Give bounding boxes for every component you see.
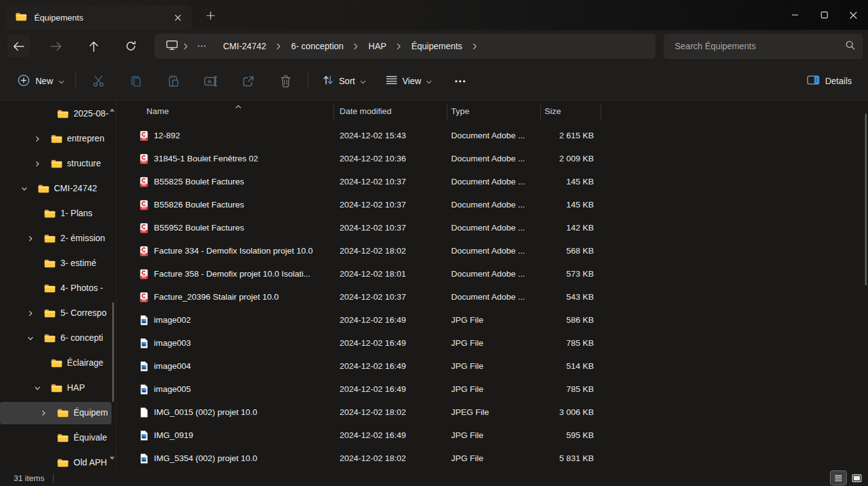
sidebar-item[interactable]: HAP: [0, 376, 116, 401]
file-row[interactable]: PDFFacture 358 - Demofix projet 10.0 Iso…: [117, 262, 863, 285]
column-separator[interactable]: [447, 105, 447, 120]
sidebar-item[interactable]: 6- concepti: [0, 326, 116, 351]
column-header-name[interactable]: Name: [146, 107, 169, 116]
view-button[interactable]: View: [379, 70, 438, 92]
close-button[interactable]: [839, 0, 868, 30]
file-row[interactable]: IMG_0015 (002) projet 10.02024-12-02 18:…: [117, 401, 863, 424]
sidebar-item-label: 5- Correspo: [60, 308, 112, 318]
sidebar-item[interactable]: Éclairage: [0, 351, 116, 376]
sidebar-item[interactable]: entrepren: [0, 126, 116, 151]
column-separator[interactable]: [333, 105, 334, 120]
maximize-button[interactable]: [809, 0, 839, 30]
file-row[interactable]: PDF31845-1 Boulet Fenêtres 022024-12-02 …: [117, 147, 863, 170]
new-button[interactable]: New: [10, 69, 72, 93]
file-row[interactable]: PDFFacture_20396 Stalair projet 10.02024…: [117, 285, 863, 308]
tab-close-button[interactable]: [169, 9, 186, 26]
sidebar-item[interactable]: CMI-24742: [0, 176, 116, 201]
breadcrumb-item[interactable]: HAP: [363, 39, 391, 54]
file-row[interactable]: PDFFacture 334 - Demofix Isolation proje…: [117, 239, 863, 262]
cut-button[interactable]: [86, 69, 111, 93]
breadcrumb-chevron-icon[interactable]: [271, 43, 286, 50]
breadcrumb-chevron-icon[interactable]: [348, 43, 363, 50]
column-separator[interactable]: [601, 105, 601, 120]
file-row[interactable]: IMG_5354 (002) projet 10.02024-12-02 18:…: [117, 447, 863, 470]
rename-button[interactable]: A: [198, 69, 223, 93]
chevron-right-icon[interactable]: [34, 136, 41, 142]
chevron-right-icon[interactable]: [41, 410, 47, 416]
file-name-cell: B55826 Boulet Factures: [154, 200, 340, 209]
sidebar-item[interactable]: 2- émission: [0, 226, 116, 251]
details-pane-button[interactable]: Details: [801, 70, 858, 92]
search-icon[interactable]: [845, 40, 856, 52]
sidebar-item[interactable]: 5- Correspo: [0, 301, 116, 326]
file-row[interactable]: image0022024-12-02 16:49JPG File586 KB: [117, 308, 863, 331]
sidebar-item-label: 1- Plans: [60, 208, 112, 218]
delete-button[interactable]: [273, 69, 298, 93]
search-input[interactable]: [675, 41, 845, 51]
sidebar-item-label: 3- estimé: [60, 258, 112, 268]
breadcrumb-chevron-icon[interactable]: [391, 43, 406, 50]
share-button[interactable]: [236, 69, 260, 93]
sort-button[interactable]: Sort: [316, 69, 372, 93]
this-pc-icon[interactable]: [166, 40, 178, 52]
breadcrumb-item[interactable]: Équipements: [406, 39, 467, 54]
scroll-up-icon[interactable]: [110, 103, 115, 113]
file-size-cell: 568 KB: [540, 246, 597, 255]
tab-equipements[interactable]: Équipements: [5, 5, 192, 30]
file-size-cell: 142 KB: [540, 223, 597, 232]
file-row[interactable]: IMG_09192024-12-02 16:49JPG File595 KB: [117, 424, 863, 447]
details-view-toggle[interactable]: [831, 471, 846, 485]
sidebar-item[interactable]: Old APH: [0, 450, 116, 470]
file-row[interactable]: PDFB55826 Boulet Factures2024-12-02 10:3…: [117, 193, 863, 216]
file-row[interactable]: PDFB55825 Boulet Factures2024-12-02 10:3…: [117, 170, 863, 193]
forward-button[interactable]: [45, 35, 67, 57]
chevron-down-icon[interactable]: [34, 385, 41, 391]
chevron-down-icon[interactable]: [21, 186, 27, 192]
sidebar-item[interactable]: 3- estimé: [0, 251, 116, 276]
more-options-button[interactable]: [448, 69, 473, 93]
file-row[interactable]: image0052024-12-02 16:49JPG File785 KB: [117, 378, 863, 401]
file-row[interactable]: image0032024-12-02 16:49JPG File785 KB: [117, 331, 863, 355]
refresh-button[interactable]: [120, 35, 142, 57]
file-date-cell: 2024-12-02 18:02: [340, 246, 451, 255]
sidebar-item[interactable]: Équivale: [0, 426, 116, 450]
column-separator[interactable]: [540, 105, 541, 120]
minimize-button[interactable]: [780, 0, 809, 30]
breadcrumb-overflow-button[interactable]: ⋯: [193, 40, 211, 52]
breadcrumb-chevron-icon[interactable]: [178, 43, 193, 50]
sidebar-scrollbar-thumb[interactable]: [112, 302, 114, 402]
chevron-right-icon[interactable]: [27, 236, 34, 242]
file-row[interactable]: PDFB55952 Boulet Factures2024-12-02 10:3…: [117, 216, 863, 239]
chevron-down-icon[interactable]: [27, 335, 34, 341]
status-bar: 31 items: [0, 470, 868, 486]
file-name-cell: image003: [154, 338, 340, 348]
sidebar-item-selected[interactable]: Équipem: [0, 401, 116, 426]
file-row[interactable]: image0042024-12-02 16:49JPG File514 KB: [117, 355, 863, 378]
scroll-down-icon[interactable]: [110, 452, 115, 462]
sidebar-item[interactable]: 1- Plans: [0, 201, 116, 226]
copy-button[interactable]: [123, 69, 148, 93]
back-button[interactable]: [7, 35, 30, 57]
file-size-cell: 785 KB: [540, 338, 597, 348]
file-name-cell: image002: [154, 315, 340, 325]
column-header-size[interactable]: Size: [545, 107, 561, 116]
chevron-right-icon[interactable]: [34, 161, 41, 167]
file-row[interactable]: PDF12-8922024-12-02 15:43Document Adobe …: [117, 124, 863, 147]
sidebar-item[interactable]: structure: [0, 151, 116, 176]
sidebar-item[interactable]: 4- Photos -: [0, 276, 116, 301]
sidebar-item[interactable]: 2025-08-: [0, 102, 116, 126]
thumbnail-view-toggle[interactable]: [849, 471, 864, 485]
file-type-cell: Document Adobe ...: [451, 292, 540, 302]
breadcrumb-item[interactable]: 6- conception: [286, 39, 348, 54]
file-date-cell: 2024-12-02 10:37: [340, 200, 451, 209]
column-header-type[interactable]: Type: [451, 107, 469, 116]
up-button[interactable]: [82, 35, 105, 57]
chevron-right-icon[interactable]: [27, 310, 34, 317]
column-header-date-modified[interactable]: Date modified: [340, 107, 391, 116]
breadcrumb-chevron-icon[interactable]: [467, 43, 482, 50]
file-list-scrollbar-thumb[interactable]: [865, 113, 867, 285]
new-tab-button[interactable]: [203, 8, 218, 23]
navigation-pane: 2025-08-entreprenstructureCMI-247421- Pl…: [0, 100, 116, 470]
breadcrumb-item[interactable]: CMI-24742: [218, 39, 271, 54]
paste-button[interactable]: [161, 69, 186, 93]
